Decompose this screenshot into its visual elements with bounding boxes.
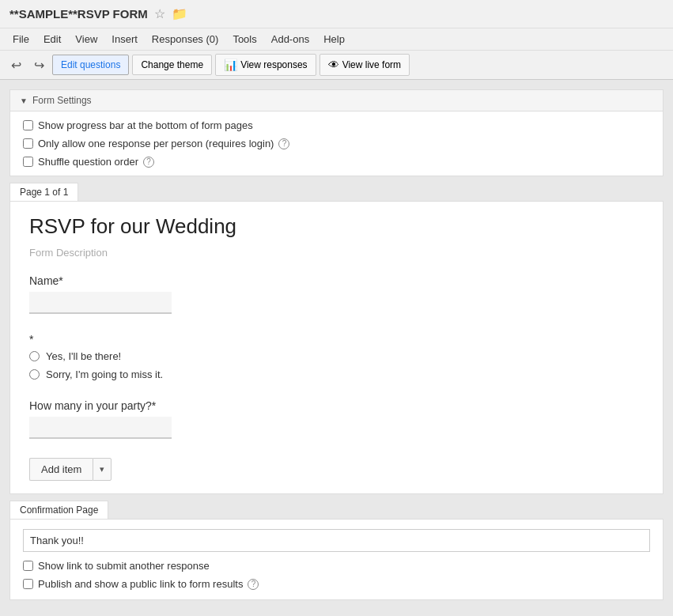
publish-results-checkbox[interactable] xyxy=(23,579,33,589)
redo-button[interactable]: ↪ xyxy=(29,55,49,76)
progress-bar-label: Show progress bar at the bottom of form … xyxy=(38,119,253,131)
radio-no-label: Sorry, I'm going to miss it. xyxy=(46,368,163,380)
submit-another-checkbox[interactable] xyxy=(23,561,33,571)
menu-responses[interactable]: Responses (0) xyxy=(146,30,225,48)
one-response-help-icon[interactable]: ? xyxy=(278,138,289,149)
add-item-button[interactable]: Add item xyxy=(29,458,93,481)
change-theme-button[interactable]: Change theme xyxy=(132,55,212,75)
settings-row-3: Shuffle question order ? xyxy=(23,156,650,168)
menu-tools[interactable]: Tools xyxy=(226,30,263,48)
edit-questions-label: Edit questions xyxy=(61,59,120,70)
view-responses-label: View responses xyxy=(240,59,308,70)
shuffle-help-icon[interactable]: ? xyxy=(143,157,154,168)
page-card-body: RSVP for our Wedding Form Description Na… xyxy=(10,202,663,493)
change-theme-label: Change theme xyxy=(141,59,203,70)
attendance-required-star: * xyxy=(29,333,33,346)
settings-row-2: Only allow one response per person (requ… xyxy=(23,138,650,149)
name-label: Name* xyxy=(29,274,644,287)
submit-another-label: Show link to submit another response xyxy=(38,560,210,572)
radio-row-yes: Yes, I'll be there! xyxy=(29,350,644,362)
confirmation-row-2: Publish and show a public link to form r… xyxy=(23,578,650,590)
folder-icon[interactable]: 📁 xyxy=(172,6,187,21)
settings-row-1: Show progress bar at the bottom of form … xyxy=(23,119,650,131)
thank-you-input[interactable] xyxy=(23,529,650,552)
publish-results-label: Publish and show a public link to form r… xyxy=(38,578,243,590)
form-title[interactable]: RSVP for our Wedding xyxy=(29,214,644,239)
attendance-radio-group: Yes, I'll be there! Sorry, I'm going to … xyxy=(29,350,644,380)
name-field: Name* xyxy=(29,274,644,314)
menu-file[interactable]: File xyxy=(6,30,36,48)
menu-help[interactable]: Help xyxy=(317,30,351,48)
document-title: **SAMPLE**RSVP FORM xyxy=(9,7,148,21)
name-input[interactable] xyxy=(29,292,172,314)
view-responses-icon: 📊 xyxy=(224,59,237,71)
form-settings-panel: ▼ Form Settings Show progress bar at the… xyxy=(9,89,664,176)
shuffle-label: Shuffle question order xyxy=(38,156,138,168)
view-live-form-label: View live form xyxy=(342,59,401,70)
party-size-field: How many in your party?* xyxy=(29,399,644,439)
form-description[interactable]: Form Description xyxy=(29,247,644,259)
view-responses-button[interactable]: 📊 View responses xyxy=(215,54,316,76)
attendance-field: * Yes, I'll be there! Sorry, I'm going t… xyxy=(29,333,644,380)
one-response-checkbox[interactable] xyxy=(23,138,33,149)
confirmation-wrapper: Confirmation Page Show link to submit an… xyxy=(9,501,664,600)
form-settings-title: Form Settings xyxy=(32,95,92,106)
collapse-icon: ▼ xyxy=(20,96,28,105)
progress-bar-checkbox[interactable] xyxy=(23,120,33,130)
title-bar: **SAMPLE**RSVP FORM ☆ 📁 xyxy=(0,0,673,28)
edit-questions-button[interactable]: Edit questions xyxy=(52,55,129,75)
star-icon[interactable]: ☆ xyxy=(154,6,165,21)
menu-edit[interactable]: Edit xyxy=(37,30,67,48)
form-settings-header[interactable]: ▼ Form Settings xyxy=(10,90,663,111)
form-settings-body: Show progress bar at the bottom of form … xyxy=(10,111,663,176)
view-live-form-icon: 👁 xyxy=(328,59,339,71)
radio-yes[interactable] xyxy=(29,351,40,361)
toolbar: ↩ ↪ Edit questions Change theme 📊 View r… xyxy=(0,51,673,80)
confirmation-body: Show link to submit another response Pub… xyxy=(10,520,663,599)
menu-view[interactable]: View xyxy=(69,30,104,48)
main-content: ▼ Form Settings Show progress bar at the… xyxy=(0,80,673,610)
confirmation-row-1: Show link to submit another response xyxy=(23,560,650,572)
name-required-star: * xyxy=(59,274,62,287)
view-live-form-button[interactable]: 👁 View live form xyxy=(319,54,410,76)
menu-bar: File Edit View Insert Responses (0) Tool… xyxy=(0,28,673,51)
publish-results-help-icon[interactable]: ? xyxy=(248,579,259,590)
menu-insert[interactable]: Insert xyxy=(105,30,144,48)
add-item-container: Add item ▾ xyxy=(29,458,644,481)
party-size-required-star: * xyxy=(152,399,156,412)
radio-yes-label: Yes, I'll be there! xyxy=(46,350,121,362)
party-size-label: How many in your party?* xyxy=(29,399,644,412)
radio-row-no: Sorry, I'm going to miss it. xyxy=(29,368,644,380)
add-item-dropdown-button[interactable]: ▾ xyxy=(93,458,112,481)
confirmation-tab[interactable]: Confirmation Page xyxy=(9,501,108,519)
menu-addons[interactable]: Add-ons xyxy=(265,30,316,48)
party-size-input[interactable] xyxy=(29,417,172,439)
radio-no[interactable] xyxy=(29,369,40,380)
confirmation-panel: Show link to submit another response Pub… xyxy=(9,519,664,600)
undo-button[interactable]: ↩ xyxy=(6,55,26,76)
attendance-label: * xyxy=(29,333,644,346)
page-tab[interactable]: Page 1 of 1 xyxy=(9,183,78,201)
page-card-wrapper: Page 1 of 1 RSVP for our Wedding Form De… xyxy=(9,183,664,494)
page-card: RSVP for our Wedding Form Description Na… xyxy=(9,201,664,494)
one-response-label: Only allow one response per person (requ… xyxy=(38,138,274,149)
shuffle-checkbox[interactable] xyxy=(23,157,33,167)
